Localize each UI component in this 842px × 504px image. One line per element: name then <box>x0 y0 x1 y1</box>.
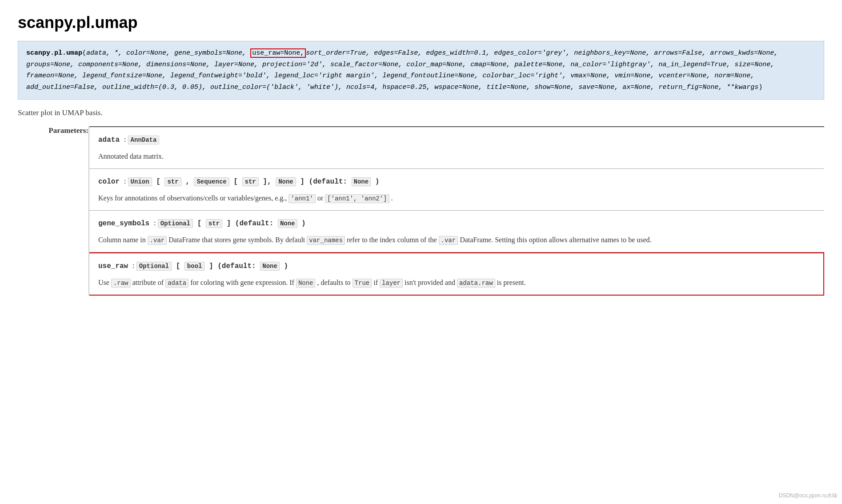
use-raw-box: use_raw : Optional [ bool ] (default: No… <box>88 252 824 296</box>
param-gene-symbols-default: None <box>278 219 297 228</box>
param-adata: adata : AnnData Annotated data matrix. <box>89 126 824 168</box>
var-names-code: var_names <box>307 236 345 245</box>
param-color-name: color <box>98 178 120 186</box>
adata-raw-code: adata.raw <box>457 279 495 288</box>
param-gene-symbols-str: str <box>206 219 222 228</box>
param-gene-symbols: gene_symbols : Optional [ str ] (default… <box>89 210 824 252</box>
param-use-raw-optional: Optional <box>136 262 172 271</box>
signature-box: scanpy.pl.umap(adata, *, color=None, gen… <box>18 41 824 100</box>
params-table: Parameters: adata : AnnData Annotated da… <box>18 126 824 296</box>
param-use-raw-name: use_raw <box>98 262 128 270</box>
param-gene-symbols-name: gene_symbols <box>98 220 149 228</box>
params-label: Parameters: <box>18 126 89 296</box>
params-content: adata : AnnData Annotated data matrix. c… <box>89 126 824 296</box>
layer-code: layer <box>380 279 403 288</box>
param-color: color : Union [ str , Sequence [ str ], … <box>89 168 824 210</box>
param-color-seq: Sequence <box>194 177 229 186</box>
var-code-1: .var <box>148 236 167 245</box>
param-gene-symbols-optional: Optional <box>158 219 193 228</box>
var-code-2: .var <box>439 236 458 245</box>
param-gene-symbols-colon: : <box>154 219 158 227</box>
none-code: None <box>296 279 316 288</box>
param-use-raw-desc: Use .raw attribute of adata for coloring… <box>98 277 814 288</box>
params-text: adata, *, color=None, gene_symbols=None, <box>86 49 246 57</box>
param-color-str: str <box>164 177 181 186</box>
page-title: scanpy.pl.umap <box>18 13 824 32</box>
highlighted-param: use_raw=None, <box>250 48 306 58</box>
param-adata-name: adata <box>98 136 120 144</box>
true-code: True <box>353 279 372 288</box>
func-name: scanpy.pl.umap <box>26 49 82 57</box>
param-use-raw-bool: bool <box>184 262 205 271</box>
param-use-raw: use_raw : Optional [ bool ] (default: No… <box>89 252 824 296</box>
params-row: Parameters: adata : AnnData Annotated da… <box>18 126 824 296</box>
param-use-raw-header: use_raw : Optional [ bool ] (default: No… <box>98 260 814 272</box>
param-adata-header: adata : AnnData <box>98 133 824 146</box>
raw-code: .raw <box>111 279 131 288</box>
param-color-union: Union <box>128 177 152 186</box>
param-adata-type: AnnData <box>128 136 160 144</box>
param-adata-desc: Annotated data matrix. <box>98 151 824 162</box>
param-color-seq-str: str <box>242 177 259 186</box>
param-use-raw-default: None <box>260 262 280 271</box>
param-gene-symbols-header: gene_symbols : Optional [ str ] (default… <box>98 217 824 230</box>
param-color-default: None <box>352 177 371 186</box>
param-color-desc: Keys for annotations of observations/cel… <box>98 192 824 204</box>
param-color-colon: : <box>124 177 128 185</box>
param-color-example1: 'ann1' <box>289 194 315 203</box>
param-adata-colon: : <box>124 135 128 144</box>
param-color-none: None <box>276 177 296 186</box>
param-gene-symbols-desc: Column name in .var DataFrame that store… <box>98 234 824 246</box>
param-use-raw-colon: : <box>132 261 136 270</box>
page-description: Scatter plot in UMAP basis. <box>18 108 824 117</box>
param-color-header: color : Union [ str , Sequence [ str ], … <box>98 175 824 188</box>
param-color-example2: ['ann1', 'ann2'] <box>325 194 389 203</box>
adata-code: adata <box>165 279 188 288</box>
